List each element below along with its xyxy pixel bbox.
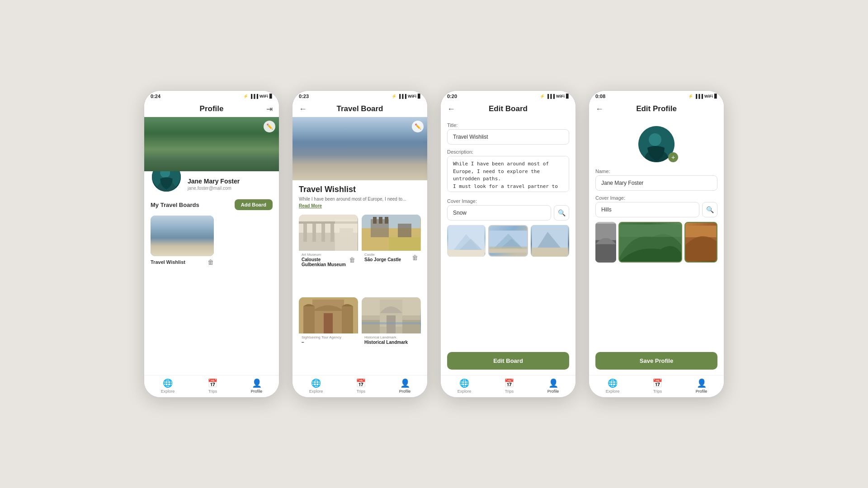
profile-icon-4: 👤 xyxy=(697,378,707,388)
back-button-4[interactable]: ← xyxy=(595,104,604,114)
board-card-travel-wishlist[interactable]: Travel Wishlist 🗑 xyxy=(151,216,214,266)
boards-grid: Travel Wishlist 🗑 xyxy=(144,214,279,375)
tab-profile-3[interactable]: 👤 Profile xyxy=(547,378,559,394)
status-time-1: 0:24 xyxy=(151,94,160,99)
profile-email: jane.foster@mail.com xyxy=(188,186,273,191)
bluetooth-icon-4: ⚡ xyxy=(688,94,693,99)
place-card-castle[interactable]: Castle São Jorge Castle 🗑 xyxy=(362,215,421,294)
svg-rect-23 xyxy=(303,306,315,333)
cover-image-search-button[interactable]: 🔍 xyxy=(554,205,569,221)
tab-trips-3[interactable]: 📅 Trips xyxy=(504,378,514,394)
phone-profile: 0:24 ⚡ ▐▐▐ WiFi ▊ Profile ⇥ ✏️ xyxy=(144,90,279,398)
profile-icon-1: 👤 xyxy=(252,378,262,388)
board-hero-edit-button[interactable]: ✏️ xyxy=(412,121,424,132)
tab-trips-label-1: Trips xyxy=(208,389,217,394)
cover-image-search-row-profile: 🔍 xyxy=(595,202,717,217)
avatar-add-photo-button[interactable]: + xyxy=(668,152,678,162)
status-icons-2: ⚡ ▐▐▐ WiFi ▊ xyxy=(392,94,421,99)
phone-travel-board: 0:23 ⚡ ▐▐▐ WiFi ▊ ← Travel Board ✏️ Trav… xyxy=(292,90,428,398)
logout-icon[interactable]: ⇥ xyxy=(266,104,273,114)
delete-board-icon[interactable]: 🗑 xyxy=(208,258,214,266)
cover-thumb-hills-2[interactable] xyxy=(618,222,682,263)
tab-explore-label-4: Explore xyxy=(606,389,620,394)
tab-trips-4[interactable]: 📅 Trips xyxy=(652,378,662,394)
cover-image-field-label-profile: Cover Image: xyxy=(595,195,717,201)
tab-trips-1[interactable]: 📅 Trips xyxy=(208,378,217,394)
board-hero-mountain xyxy=(292,117,427,180)
svg-rect-31 xyxy=(362,322,420,324)
place-museum-footer: Art Museum CalousteGulbenkian Museum 🗑 xyxy=(302,253,355,267)
edit-board-nav-title: Edit Board xyxy=(489,104,528,113)
edit-board-button[interactable]: Edit Board xyxy=(447,352,569,370)
board-description: While I have been around most of Europe,… xyxy=(299,196,421,202)
name-field-group: Name: xyxy=(595,169,717,191)
edit-board-nav-header: ← Edit Board xyxy=(441,101,576,117)
edit-cover-button[interactable]: ✏️ xyxy=(264,121,275,132)
place-card-museum[interactable]: Art Museum CalousteGulbenkian Museum 🗑 xyxy=(299,215,358,294)
profile-screen-content: ✏️ Jane Mary Foster jane.foster xyxy=(144,117,279,375)
cover-image-search-row: 🔍 xyxy=(447,205,569,221)
place-church-category: Sightseeing Tour Agency xyxy=(302,335,355,339)
svg-rect-40 xyxy=(489,247,528,249)
read-more-link[interactable]: Read More xyxy=(299,203,421,208)
profile-nav-header: Profile ⇥ xyxy=(144,101,279,117)
cover-image-search-button-profile[interactable]: 🔍 xyxy=(702,202,717,217)
delete-place-museum-icon[interactable]: 🗑 xyxy=(349,256,355,263)
svg-rect-7 xyxy=(321,224,325,242)
status-bar-4: 0:08 ⚡ ▐▐▐ WiFi ▊ xyxy=(589,91,724,101)
tab-profile-4[interactable]: 👤 Profile xyxy=(696,378,708,394)
delete-place-castle-icon[interactable]: 🗑 xyxy=(412,254,418,261)
status-bar-2: 0:23 ⚡ ▐▐▐ WiFi ▊ xyxy=(292,91,427,101)
cover-image-thumb-2[interactable] xyxy=(488,225,528,257)
bluetooth-icon-3: ⚡ xyxy=(540,94,545,99)
travel-board-content: ✏️ Travel Wishlist While I have been aro… xyxy=(292,117,427,375)
places-grid: Art Museum CalousteGulbenkian Museum 🗑 xyxy=(292,211,427,375)
cover-image-input[interactable] xyxy=(447,205,551,221)
svg-rect-19 xyxy=(389,237,420,251)
description-textarea[interactable]: While I have been around most of Europe,… xyxy=(447,156,569,192)
tab-explore-2[interactable]: 🌐 Explore xyxy=(309,378,323,394)
title-input[interactable] xyxy=(447,129,569,145)
place-church-image xyxy=(299,297,358,333)
tab-explore-4[interactable]: 🌐 Explore xyxy=(606,378,620,394)
board-card-image xyxy=(151,216,214,256)
explore-icon-2: 🌐 xyxy=(311,378,321,388)
back-button-2[interactable]: ← xyxy=(299,104,307,114)
tab-profile-1[interactable]: 👤 Profile xyxy=(251,378,263,394)
signal-icon: ▐▐▐ xyxy=(250,94,258,99)
battery-icon-3: ▊ xyxy=(566,94,569,99)
tab-trips-2[interactable]: 📅 Trips xyxy=(356,378,366,394)
cover-image-thumb-3[interactable] xyxy=(531,225,569,257)
place-castle-image xyxy=(362,215,421,251)
trips-icon-3: 📅 xyxy=(504,378,514,388)
svg-rect-18 xyxy=(385,217,388,224)
tab-profile-label-1: Profile xyxy=(251,389,263,394)
save-profile-button[interactable]: Save Profile xyxy=(595,352,717,370)
cover-image-input-profile[interactable] xyxy=(595,202,699,217)
tab-bar-3: 🌐 Explore 📅 Trips 👤 Profile xyxy=(441,375,576,397)
cover-thumb-hills-3[interactable] xyxy=(684,222,717,263)
name-input[interactable] xyxy=(595,175,717,191)
place-church-info: Sightseeing Tour Agency – xyxy=(299,333,358,347)
cover-image-thumb-1[interactable] xyxy=(447,225,486,257)
wifi-icon-3: WiFi xyxy=(556,94,565,99)
svg-rect-22 xyxy=(324,313,333,333)
status-time-3: 0:20 xyxy=(447,94,457,99)
description-field-group: Description: While I have been around mo… xyxy=(447,149,569,194)
tab-explore-3[interactable]: 🌐 Explore xyxy=(458,378,472,394)
cover-thumb-hills-1[interactable] xyxy=(595,222,616,263)
place-card-square[interactable]: Historical Landmark Historical Landmark xyxy=(362,297,421,371)
board-card-footer: Travel Wishlist 🗑 xyxy=(151,258,214,266)
status-icons-4: ⚡ ▐▐▐ WiFi ▊ xyxy=(688,94,717,99)
place-card-church[interactable]: Sightseeing Tour Agency – xyxy=(299,297,358,371)
add-board-button[interactable]: Add Board xyxy=(235,199,273,210)
tab-profile-2[interactable]: 👤 Profile xyxy=(399,378,411,394)
battery-icon: ▊ xyxy=(269,94,273,99)
svg-rect-35 xyxy=(448,250,484,257)
tab-explore-1[interactable]: 🌐 Explore xyxy=(161,378,175,394)
boards-header: My Travel Boards Add Board xyxy=(144,197,279,214)
tab-trips-label-2: Trips xyxy=(357,389,366,394)
svg-rect-16 xyxy=(373,217,377,224)
profile-info-row: Jane Mary Foster jane.foster@mail.com xyxy=(144,171,279,197)
back-button-3[interactable]: ← xyxy=(447,104,455,114)
